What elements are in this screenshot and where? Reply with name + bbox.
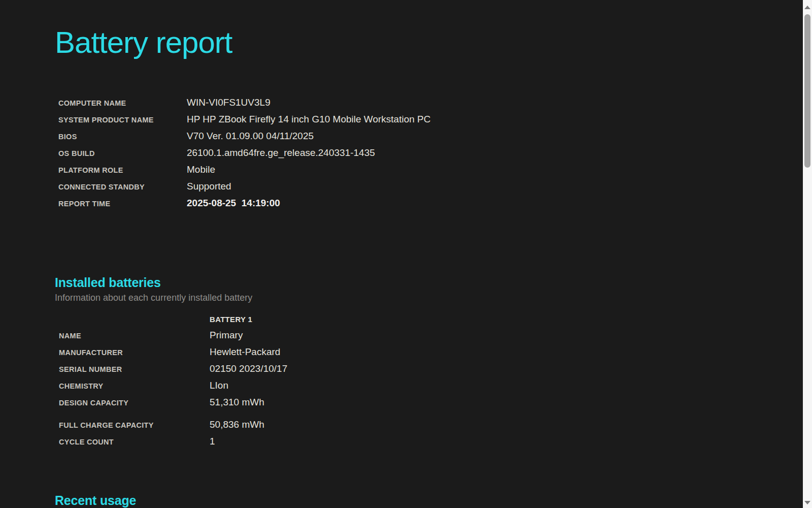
table-row: NAME Primary — [55, 327, 803, 344]
row-value: HP HP ZBook Firefly 14 inch G10 Mobile W… — [187, 111, 430, 127]
scrollbar-up-arrow-icon[interactable] — [804, 6, 810, 9]
row-label: SYSTEM PRODUCT NAME — [55, 112, 187, 128]
system-info-table: COMPUTER NAME WIN-VI0FS1UV3L9 SYSTEM PRO… — [55, 94, 803, 212]
row-value: WIN-VI0FS1UV3L9 — [187, 94, 270, 110]
row-label: COMPUTER NAME — [55, 96, 187, 111]
row-value: 26100.1.amd64fre.ge_release.240331-1435 — [187, 145, 375, 161]
row-value: Supported — [187, 178, 231, 194]
row-value: 1 — [210, 433, 215, 449]
row-value: 02150 2023/10/17 — [210, 361, 287, 376]
row-label: BIOS — [55, 129, 187, 145]
installed-batteries-subtitle: Information about each currently install… — [55, 291, 803, 304]
row-label: OS BUILD — [55, 146, 187, 162]
scrollbar-thumb[interactable] — [804, 14, 810, 168]
table-row: BIOS V70 Ver. 01.09.00 04/11/2025 — [55, 128, 803, 145]
table-row: DESIGN CAPACITY 51,310 mWh — [55, 394, 803, 411]
table-row: MANUFACTURER Hewlett-Packard — [55, 344, 803, 361]
page-title: Battery report — [55, 23, 803, 62]
row-value: V70 Ver. 01.09.00 04/11/2025 — [187, 128, 314, 144]
row-label: NAME — [55, 328, 210, 344]
row-label: MANUFACTURER — [55, 345, 210, 361]
scrollbar-down-arrow-icon[interactable] — [804, 501, 810, 504]
table-row: PLATFORM ROLE Mobile — [55, 162, 803, 178]
table-row: FULL CHARGE CAPACITY 50,836 mWh — [55, 417, 803, 433]
table-row: SYSTEM PRODUCT NAME HP HP ZBook Firefly … — [55, 111, 803, 128]
table-row: REPORT TIME 2025-08-25 14:19:00 — [55, 195, 803, 212]
row-value: LIon — [210, 377, 228, 393]
table-row: CHEMISTRY LIon — [55, 377, 803, 394]
table-row: CONNECTED STANDBY Supported — [55, 178, 803, 195]
table-row: COMPUTER NAME WIN-VI0FS1UV3L9 — [55, 94, 803, 111]
row-value: 51,310 mWh — [210, 394, 264, 410]
table-header-row: BATTERY 1 — [55, 311, 803, 327]
row-label: REPORT TIME — [55, 196, 187, 212]
table-row: SERIAL NUMBER 02150 2023/10/17 — [55, 361, 803, 377]
battery-column-header: BATTERY 1 — [210, 311, 252, 327]
report-time-value: 2025-08-25 14:19:00 — [187, 195, 280, 211]
row-value: Mobile — [187, 162, 215, 177]
battery-report-page: Battery report COMPUTER NAME WIN-VI0FS1U… — [0, 0, 803, 508]
row-label: SERIAL NUMBER — [55, 362, 210, 377]
row-label: PLATFORM ROLE — [55, 163, 187, 178]
row-label: DESIGN CAPACITY — [55, 395, 210, 411]
battery-table: BATTERY 1 NAME Primary MANUFACTURER Hewl… — [55, 311, 803, 450]
row-label: CONNECTED STANDBY — [55, 179, 187, 195]
row-label: CHEMISTRY — [55, 378, 210, 394]
table-row: OS BUILD 26100.1.amd64fre.ge_release.240… — [55, 145, 803, 162]
row-value: Hewlett-Packard — [210, 344, 280, 360]
row-label: FULL CHARGE CAPACITY — [55, 418, 210, 433]
row-value: 50,836 mWh — [210, 417, 264, 432]
row-label: CYCLE COUNT — [55, 434, 210, 450]
row-value: Primary — [210, 327, 243, 343]
vertical-scrollbar[interactable] — [803, 0, 812, 508]
table-row: CYCLE COUNT 1 — [55, 433, 803, 450]
installed-batteries-heading: Installed batteries — [55, 274, 803, 291]
recent-usage-heading: Recent usage — [55, 492, 803, 508]
